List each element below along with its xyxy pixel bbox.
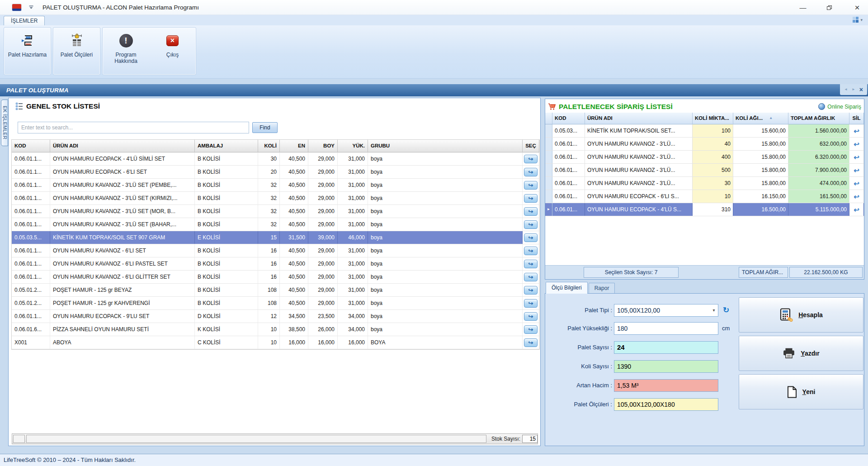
select-stock-button[interactable]: ↪ — [524, 260, 538, 268]
order-cell-miktar: 10 — [693, 190, 733, 203]
cikis-button[interactable]: × Çıkış — [149, 28, 196, 75]
palet-tipi-select[interactable]: 105,00X120,00 ▾ — [614, 304, 718, 317]
order-row[interactable]: 0.06.01...OYUN HAMURU KAVANOZ - 3'LÜ...5… — [545, 164, 864, 177]
tab-rapor[interactable]: Rapor — [589, 283, 615, 294]
order-row[interactable]: 0.05.03...KİNETİK KUM TOPRAK/SOIL SET...… — [545, 124, 864, 138]
remove-order-button[interactable]: ↩ — [849, 164, 864, 176]
select-stock-button[interactable]: ↪ — [524, 273, 538, 281]
stock-row[interactable]: 0.06.01.1...OYUN HAMURU KAVANOZ - 3'LÜ S… — [12, 218, 539, 231]
stock-cell-grubu: boya — [368, 297, 523, 309]
stock-row[interactable]: 0.06.01.1...OYUN HAMURU KAVANOZ - 3'LÜ S… — [12, 192, 539, 205]
nav-prev-icon[interactable]: ◄ — [844, 88, 848, 91]
stock-panel-title: GENEL STOK LİSTESİ — [26, 102, 100, 110]
stock-cell-boy: 16,000 — [308, 336, 338, 349]
stock-cell-urun: OYUN HAMURU ECOPACK - 6'LI SET — [50, 166, 195, 178]
stock-row[interactable]: 0.05.01.2...POŞET HAMUR - 125 gr BEYAZB … — [12, 284, 539, 297]
select-stock-button[interactable]: ↪ — [524, 299, 538, 308]
order-row[interactable]: ►0.06.01...OYUN HAMURU ECOPACK - 4'LÜ S.… — [545, 203, 864, 216]
stock-column-header[interactable]: KOD — [12, 140, 50, 152]
select-stock-button[interactable]: ↪ — [524, 286, 538, 295]
stock-column-header[interactable]: BOY — [308, 140, 338, 152]
stock-cell-kod: 0.06.01.1... — [12, 152, 50, 165]
order-row[interactable]: 0.06.01...OYUN HAMURU KAVANOZ - 3'LÜ...4… — [545, 138, 864, 151]
stock-row[interactable]: X001ABOYAC KOLİSİ1016,00016,00016,000BOY… — [12, 336, 539, 349]
tab-islemler[interactable]: İŞLEMLER — [4, 16, 45, 25]
skin-selector-button[interactable]: ▾ — [853, 17, 863, 23]
online-order-button[interactable]: Online Sipariş — [818, 103, 861, 110]
program-hakkinda-button[interactable]: ! Program Hakkında — [103, 28, 149, 75]
stock-cell-kod: X001 — [12, 336, 50, 349]
select-stock-button[interactable]: ↪ — [524, 338, 538, 347]
stock-row[interactable]: 0.06.01.1...OYUN HAMURU KAVANOZ - 3'LÜ S… — [12, 179, 539, 192]
order-row[interactable]: 0.06.01...OYUN HAMURU ECOPACK - 6'LI S..… — [545, 190, 864, 203]
order-row[interactable]: 0.06.01...OYUN HAMURU KAVANOZ - 3'LÜ...4… — [545, 151, 864, 164]
stock-column-header[interactable]: ÜRÜN ADI — [50, 140, 195, 152]
select-stock-button[interactable]: ↪ — [524, 155, 538, 163]
remove-order-button[interactable]: ↩ — [849, 151, 864, 163]
close-button[interactable]: × — [854, 3, 861, 12]
order-column-header[interactable]: ÜRÜN ADI — [585, 113, 693, 124]
order-column-header[interactable]: KOLİ AĞI...▲ — [733, 113, 788, 124]
palet-olculeri-button[interactable]: Palet Ölçüleri — [53, 28, 100, 75]
select-stock-button[interactable]: ↪ — [524, 168, 538, 176]
yazdir-button[interactable]: Yazdır — [739, 336, 863, 371]
stock-row[interactable]: 0.06.01.1...OYUN HAMURU ECOPACK - 4'LÜ S… — [12, 152, 539, 166]
remove-order-button[interactable]: ↩ — [849, 203, 864, 216]
search-input[interactable] — [18, 122, 249, 133]
stock-column-header[interactable]: KOLİ — [258, 140, 280, 152]
app-logo-icon[interactable] — [12, 4, 21, 11]
remove-order-button[interactable]: ↩ — [849, 190, 864, 203]
stock-row[interactable]: 0.06.01.1...OYUN HAMURU KAVANOZ - 3'LÜ S… — [12, 205, 539, 218]
restore-button[interactable] — [826, 5, 834, 10]
palet-yuksekligi-label: Palet Yüksekliği : — [545, 322, 612, 335]
quick-access-dropdown-icon[interactable] — [29, 5, 33, 10]
order-column-header[interactable]: KOLİ MİKTA... — [693, 113, 733, 124]
palet-yuksekligi-input[interactable] — [614, 322, 718, 335]
select-stock-button[interactable]: ↪ — [524, 220, 538, 229]
find-button[interactable]: Find — [252, 122, 278, 133]
order-column-header[interactable]: TOPLAM AĞIRLIK — [788, 113, 849, 124]
stock-row[interactable]: 0.06.01.6...PİZZA SAHNELİ OYUN HAMURU SE… — [12, 323, 539, 336]
stock-row[interactable]: 0.06.01.1...OYUN HAMURU KAVANOZ - 6'LI P… — [12, 257, 539, 271]
stock-column-header[interactable]: SEÇ — [523, 140, 539, 152]
detail-tabs: Ölçü Bilgileri Rapor — [546, 282, 615, 294]
select-stock-button[interactable]: ↪ — [524, 312, 538, 321]
select-stock-button[interactable]: ↪ — [524, 207, 538, 216]
stock-column-header[interactable]: AMBALAJ — [195, 140, 258, 152]
order-row[interactable]: 0.06.01...OYUN HAMURU KAVANOZ - 3'LÜ...3… — [545, 177, 864, 190]
order-column-header[interactable]: KOD — [552, 113, 585, 124]
minimize-button[interactable]: — — [799, 4, 807, 11]
select-stock-button[interactable]: ↪ — [524, 233, 538, 242]
stock-cell-urun: OYUN HAMURU ECOPACK - 4'LÜ SİMLİ SET — [50, 152, 195, 165]
refresh-icon[interactable]: ↻ — [723, 304, 729, 317]
stock-row[interactable]: 0.05.03.5...KİNETİK KUM TOPRAK/SOIL SET … — [12, 231, 539, 244]
yeni-button[interactable]: Yeni — [739, 374, 863, 409]
stock-column-header[interactable]: YÜK. — [338, 140, 368, 152]
palet-hazirlama-button[interactable]: Palet Hazırlama — [4, 28, 51, 75]
select-stock-button[interactable]: ↪ — [524, 325, 538, 334]
order-column-header[interactable]: SİL — [849, 113, 864, 124]
nav-next-icon[interactable]: ► — [852, 88, 855, 91]
stock-row[interactable]: 0.06.01.1...OYUN HAMURU ECOPACK - 6'LI S… — [12, 166, 539, 179]
document-tab-title[interactable]: PALET OLUŞTURMA — [6, 84, 69, 96]
stock-column-header[interactable]: EN — [280, 140, 308, 152]
stock-cell-koli: 12 — [258, 310, 280, 323]
tab-olcu-bilgileri[interactable]: Ölçü Bilgileri — [546, 282, 588, 294]
select-stock-button[interactable]: ↪ — [524, 181, 538, 190]
stock-cell-ambalaj: B KOLİSİ — [195, 244, 258, 257]
stock-row[interactable]: 0.05.01.2...POŞET HAMUR - 125 gr KAHVERE… — [12, 297, 539, 310]
select-stock-button[interactable]: ↪ — [524, 247, 538, 255]
remove-order-button[interactable]: ↩ — [849, 124, 864, 137]
select-stock-button[interactable]: ↪ — [524, 194, 538, 203]
remove-order-button[interactable]: ↩ — [849, 177, 864, 190]
order-cell-urun: OYUN HAMURU KAVANOZ - 3'LÜ... — [585, 164, 693, 176]
stock-row[interactable]: 0.06.01.1...OYUN HAMURU KAVANOZ - 6'LI S… — [12, 244, 539, 257]
remove-order-button[interactable]: ↩ — [849, 138, 864, 150]
stock-column-header[interactable]: GRUBU — [368, 140, 523, 152]
side-tab-ek-islemler[interactable]: EK İŞLEMLER — [1, 100, 8, 146]
stock-cell-boy: 29,000 — [308, 271, 338, 283]
tab-close-icon[interactable]: × — [859, 86, 863, 93]
stock-row[interactable]: 0.06.01.1...OYUN HAMURU ECOPACK - 9'LU S… — [12, 310, 539, 323]
hesapla-button[interactable]: Hesapla — [739, 297, 863, 333]
stock-row[interactable]: 0.06.01.1...OYUN HAMURU KAVANOZ - 6'LI G… — [12, 271, 539, 284]
